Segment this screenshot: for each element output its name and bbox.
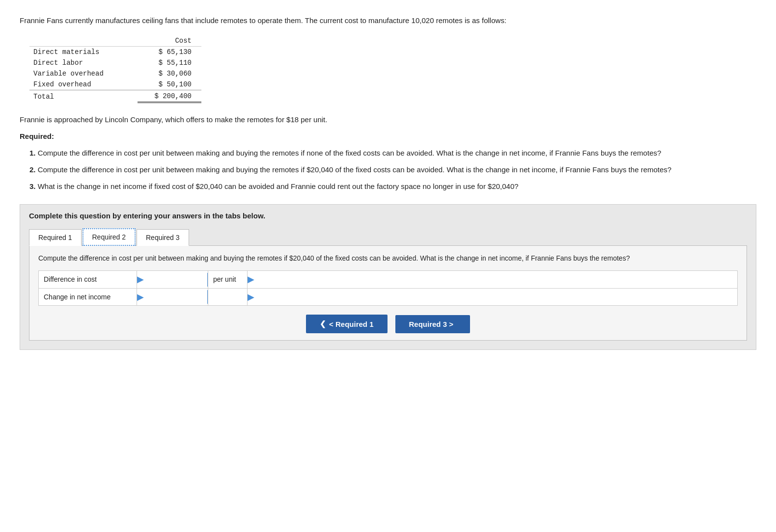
difference-label: Difference in cost — [39, 271, 137, 288]
back-required1-button[interactable]: ❮ < Required 1 — [306, 315, 387, 333]
table-total-row: Total $ 200,400 — [29, 90, 201, 103]
arrow-icon-1: ▶ — [137, 272, 144, 287]
forward-required3-button[interactable]: Required 3 > — [395, 315, 470, 333]
arrow-icon-4: ▶ — [248, 290, 254, 304]
table-row: Direct labor $ 55,110 — [29, 57, 201, 68]
answer-row-difference: Difference in cost ▶ per unit ▶ — [39, 271, 737, 288]
net-income-input1-cell: ▶ — [137, 289, 208, 305]
net-income-label: Change in net income — [39, 289, 137, 305]
difference-input1-cell: ▶ — [137, 271, 208, 288]
difference-input2[interactable] — [254, 273, 318, 287]
tab-required3[interactable]: Required 3 — [137, 229, 189, 246]
net-income-input2-cell: ▶ — [248, 289, 318, 305]
difference-input1[interactable] — [144, 273, 208, 287]
complete-box-instruction: Complete this question by entering your … — [29, 212, 747, 220]
net-income-input2[interactable] — [254, 290, 318, 304]
tab-description: Compute the difference in cost per unit … — [38, 253, 738, 264]
tabs-row: Required 1 Required 2 Required 3 — [29, 228, 747, 246]
table-row: Fixed overhead $ 50,100 — [29, 79, 201, 90]
arrow-icon-3: ▶ — [137, 290, 144, 304]
table-row: Direct materials $ 65,130 — [29, 47, 201, 58]
difference-suffix: per unit — [208, 271, 248, 288]
question-3: 3. What is the change in net income if f… — [25, 181, 756, 192]
net-income-suffix — [208, 289, 248, 305]
arrow-icon-2: ▶ — [248, 272, 254, 287]
cost-table-header: Cost — [138, 35, 201, 47]
cost-table: Cost Direct materials $ 65,130 Direct la… — [29, 35, 201, 103]
question-2: 2. Compute the difference in cost per un… — [25, 164, 756, 176]
answer-section: Difference in cost ▶ per unit ▶ Change i… — [38, 270, 738, 306]
question-1: 1. Compute the difference in cost per un… — [25, 147, 756, 159]
tab-required2[interactable]: Required 2 — [83, 228, 136, 246]
difference-input2-cell: ▶ — [248, 271, 318, 288]
net-income-input1[interactable] — [144, 290, 208, 304]
intro-paragraph: Frannie Fans currently manufactures ceil… — [20, 15, 756, 27]
required-label: Required: — [20, 131, 756, 142]
table-row: Variable overhead $ 30,060 — [29, 68, 201, 79]
nav-buttons: ❮ < Required 1 Required 3 > — [38, 315, 738, 333]
complete-box: Complete this question by entering your … — [20, 204, 756, 350]
back-icon: ❮ — [320, 319, 326, 328]
approach-paragraph: Frannie is approached by Lincoln Company… — [20, 114, 756, 126]
answer-row-net-income: Change in net income ▶ ▶ — [39, 289, 737, 305]
tab-content: Compute the difference in cost per unit … — [29, 246, 747, 341]
tab-required1[interactable]: Required 1 — [29, 229, 82, 246]
